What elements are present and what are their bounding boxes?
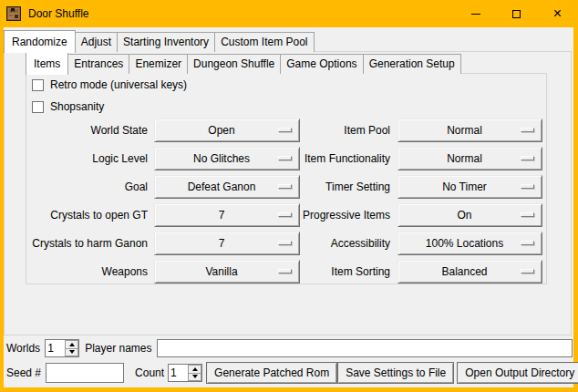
setting-label: Timer Setting: [300, 181, 390, 193]
count-spin-down-button[interactable]: [188, 374, 201, 382]
dropdown-indicator-icon: [278, 156, 292, 160]
app-window: Door Shuffle × Randomize Adjust Starting…: [0, 0, 578, 392]
tab-custom-item-pool[interactable]: Custom Item Pool: [214, 32, 314, 52]
spin-buttons: [65, 340, 78, 356]
tab-entrances[interactable]: Entrances: [67, 54, 129, 74]
setting-label: Accessibility: [300, 237, 390, 250]
checkbox-icon: [32, 101, 44, 113]
setting-label: Goal: [26, 181, 148, 193]
dropdown-indicator-icon: [521, 128, 534, 132]
count-stepper[interactable]: [168, 364, 202, 382]
checkbox-label: Retro mode (universal keys): [50, 78, 187, 91]
item-functionality-dropdown[interactable]: Normal: [397, 147, 542, 170]
tab-items[interactable]: Items: [26, 52, 68, 75]
tab-adjust[interactable]: Adjust: [75, 32, 118, 52]
dropdown-indicator-icon: [521, 269, 534, 273]
tab-generation-setup[interactable]: Generation Setup: [363, 54, 461, 74]
setting-label: Logic Level: [26, 152, 148, 165]
generate-patched-rom-button[interactable]: Generate Patched Rom: [206, 362, 337, 384]
crystals-harm-ganon-dropdown[interactable]: 7: [154, 232, 300, 255]
minimize-button[interactable]: [455, 0, 496, 27]
tab-game-options[interactable]: Game Options: [280, 54, 363, 74]
worlds-input[interactable]: [46, 340, 65, 356]
items-panel: Retro mode (universal keys) Shopsanity W…: [26, 73, 547, 284]
settings-row: Goal Defeat Ganon Timer Setting No Timer: [26, 175, 546, 199]
dropdown-indicator-icon: [521, 156, 534, 160]
titlebar: Door Shuffle ×: [0, 0, 578, 27]
dropdown-indicator-icon: [521, 212, 534, 217]
maximize-icon: [512, 10, 521, 18]
item-pool-dropdown[interactable]: Normal: [397, 119, 542, 142]
tab-enemizer[interactable]: Enemizer: [129, 54, 188, 74]
checkbox-icon: [32, 79, 44, 91]
weapons-dropdown[interactable]: Vanilla: [154, 260, 300, 284]
settings-row: Crystals to harm Ganon 7 Accessibility 1…: [26, 232, 546, 255]
worlds-spin-down-button[interactable]: [65, 349, 78, 357]
crystals-open-gt-dropdown[interactable]: 7: [154, 203, 300, 227]
dropdown-indicator-icon: [278, 241, 292, 245]
save-settings-button[interactable]: Save Settings to File: [337, 362, 454, 384]
sub-tab-bar: Items Entrances Enemizer Dungeon Shuffle…: [26, 53, 460, 74]
spin-up-icon: [192, 367, 198, 371]
setting-label: Weapons: [26, 265, 148, 278]
dropdown-indicator-icon: [278, 269, 292, 273]
main-tab-bar: Randomize Adjust Starting Inventory Cust…: [4, 28, 314, 52]
player-names-input[interactable]: [157, 339, 573, 357]
window-title: Door Shuffle: [28, 7, 89, 20]
worlds-label: Worlds: [6, 342, 40, 355]
seed-label: Seed #: [6, 366, 41, 379]
tab-randomize[interactable]: Randomize: [4, 30, 76, 53]
dropdown-indicator-icon: [521, 241, 534, 245]
count-label: Count: [135, 366, 164, 379]
checkbox-label: Shopsanity: [50, 100, 104, 113]
window-body: Randomize Adjust Starting Inventory Cust…: [4, 27, 573, 387]
multiworld-row: Worlds Player names: [6, 339, 573, 357]
worlds-spin-up-button[interactable]: [65, 340, 78, 349]
close-button[interactable]: ×: [537, 0, 578, 27]
goal-dropdown[interactable]: Defeat Ganon: [154, 175, 300, 199]
dropdown-indicator-icon: [521, 184, 534, 189]
player-names-label: Player names: [85, 342, 151, 355]
file-buttons-group: Save Settings to File Open Output Direct…: [337, 362, 578, 384]
worlds-stepper[interactable]: [45, 339, 79, 357]
generate-row: Seed # Count Generate Patched Rom Save S…: [6, 362, 573, 384]
tab-starting-inventory[interactable]: Starting Inventory: [117, 32, 215, 52]
settings-row: Logic Level No Glitches Item Functionali…: [26, 147, 546, 170]
window-controls: ×: [455, 0, 578, 27]
setting-label: World State: [26, 124, 148, 137]
setting-label: Item Pool: [300, 124, 390, 137]
timer-setting-dropdown[interactable]: No Timer: [397, 175, 542, 199]
settings-row: Crystals to open GT 7 Progressive Items …: [26, 203, 546, 227]
accessibility-dropdown[interactable]: 100% Locations: [397, 232, 542, 255]
retro-mode-checkbox[interactable]: Retro mode (universal keys): [32, 78, 187, 91]
maximize-button[interactable]: [496, 0, 537, 27]
dropdown-indicator-icon: [278, 184, 292, 189]
settings-grid: World State Open Item Pool Normal Logic …: [26, 119, 546, 288]
seed-input[interactable]: [46, 363, 124, 383]
shopsanity-checkbox[interactable]: Shopsanity: [32, 100, 104, 113]
randomize-panel: Items Entrances Enemizer Dungeon Shuffle…: [4, 51, 572, 335]
setting-label: Item Sorting: [300, 265, 390, 278]
spin-down-icon: [69, 350, 75, 354]
open-output-directory-button[interactable]: Open Output Directory: [457, 362, 578, 384]
dropdown-indicator-icon: [278, 128, 292, 132]
spin-up-icon: [69, 343, 75, 346]
count-input[interactable]: [169, 365, 188, 381]
minimize-icon: [471, 14, 480, 15]
count-spin-up-button[interactable]: [188, 365, 201, 374]
dropdown-indicator-icon: [278, 212, 292, 217]
setting-label: Crystals to open GT: [26, 209, 148, 222]
settings-row: World State Open Item Pool Normal: [26, 119, 546, 142]
setting-label: Item Functionality: [300, 152, 390, 165]
setting-label: Crystals to harm Ganon: [26, 237, 148, 250]
tab-dungeon-shuffle[interactable]: Dungeon Shuffle: [187, 54, 281, 74]
app-icon: [6, 6, 21, 21]
logic-level-dropdown[interactable]: No Glitches: [154, 147, 300, 170]
spin-down-icon: [192, 375, 198, 378]
setting-label: Progressive Items: [300, 209, 390, 222]
close-icon: ×: [553, 6, 562, 21]
progressive-items-dropdown[interactable]: On: [397, 203, 542, 227]
item-sorting-dropdown[interactable]: Balanced: [397, 260, 542, 284]
settings-row: Weapons Vanilla Item Sorting Balanced: [26, 260, 546, 284]
world-state-dropdown[interactable]: Open: [154, 119, 300, 142]
